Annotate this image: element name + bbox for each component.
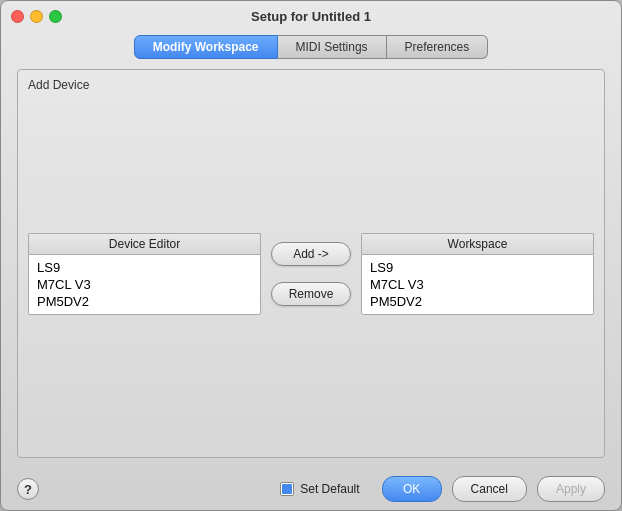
list-item[interactable]: PM5DV2 — [33, 293, 256, 310]
set-default-area: Set Default — [280, 482, 359, 496]
list-item[interactable]: PM5DV2 — [366, 293, 589, 310]
apply-button[interactable]: Apply — [537, 476, 605, 502]
footer: ? Set Default OK Cancel Apply — [1, 468, 621, 510]
main-window: Setup for Untitled 1 Modify Workspace MI… — [0, 0, 622, 511]
middle-buttons: Add -> Remove — [261, 242, 361, 306]
content-area: Add Device Device Editor LS9 M7CL V3 PM5… — [1, 59, 621, 468]
device-editor-panel: Device Editor LS9 M7CL V3 PM5DV2 — [28, 233, 261, 315]
footer-left: ? — [17, 478, 39, 500]
workspace-header: Workspace — [361, 233, 594, 254]
set-default-checkbox[interactable] — [280, 482, 294, 496]
device-row: Device Editor LS9 M7CL V3 PM5DV2 Add -> … — [28, 100, 594, 447]
maximize-button[interactable] — [49, 10, 62, 23]
workspace-panel: Workspace LS9 M7CL V3 PM5DV2 — [361, 233, 594, 315]
list-item[interactable]: M7CL V3 — [366, 276, 589, 293]
minimize-button[interactable] — [30, 10, 43, 23]
title-bar: Setup for Untitled 1 — [1, 1, 621, 31]
list-item[interactable]: M7CL V3 — [33, 276, 256, 293]
window-title: Setup for Untitled 1 — [251, 9, 371, 24]
tab-preferences[interactable]: Preferences — [387, 35, 489, 59]
device-editor-list[interactable]: LS9 M7CL V3 PM5DV2 — [28, 254, 261, 315]
group-label: Add Device — [28, 78, 594, 92]
list-item[interactable]: LS9 — [366, 259, 589, 276]
set-default-label: Set Default — [300, 482, 359, 496]
workspace-list[interactable]: LS9 M7CL V3 PM5DV2 — [361, 254, 594, 315]
checkbox-check — [282, 484, 292, 494]
list-item[interactable]: LS9 — [33, 259, 256, 276]
close-button[interactable] — [11, 10, 24, 23]
help-button[interactable]: ? — [17, 478, 39, 500]
add-button[interactable]: Add -> — [271, 242, 351, 266]
ok-button[interactable]: OK — [382, 476, 442, 502]
add-device-group: Add Device Device Editor LS9 M7CL V3 PM5… — [17, 69, 605, 458]
device-editor-header: Device Editor — [28, 233, 261, 254]
traffic-lights — [11, 10, 62, 23]
tab-modify-workspace[interactable]: Modify Workspace — [134, 35, 278, 59]
tab-bar: Modify Workspace MIDI Settings Preferenc… — [1, 31, 621, 59]
tab-midi-settings[interactable]: MIDI Settings — [278, 35, 387, 59]
cancel-button[interactable]: Cancel — [452, 476, 527, 502]
remove-button[interactable]: Remove — [271, 282, 351, 306]
